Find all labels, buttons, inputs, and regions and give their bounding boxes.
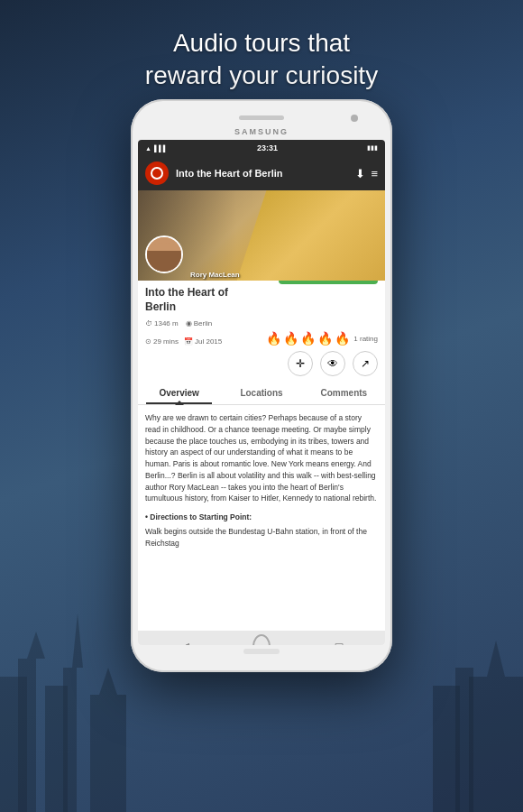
overview-body-text: Why are we drawn to certain cities? Perh… [145, 412, 378, 504]
star-5: 🔥 [335, 331, 350, 346]
share-button[interactable]: ↗ [353, 351, 378, 376]
tab-overview[interactable]: Overview [138, 382, 220, 404]
download-header-icon[interactable]: ⬇ [355, 167, 365, 180]
status-right-icons: ▮▮▮ [367, 144, 378, 152]
avatar-face [147, 237, 181, 272]
home-circle-icon: ○ [252, 634, 271, 645]
tab-comments[interactable]: Comments [303, 382, 385, 404]
tour-meta-row2: ⊙ 29 mins 📅 Jul 2015 🔥 🔥 🔥 🔥 [145, 331, 378, 351]
date-value: Jul 2015 [195, 337, 222, 346]
location-icon: ◉ [186, 319, 192, 328]
svg-rect-6 [90, 695, 126, 812]
rating-count: 1 rating [353, 335, 378, 343]
star-2: 🔥 [283, 331, 298, 346]
compass-button[interactable]: ✛ [288, 351, 313, 376]
meta-row2-items: ⊙ 29 mins 📅 Jul 2015 [145, 337, 222, 346]
svg-rect-1 [18, 659, 36, 812]
app-header: Into the Heart of Berlin ⬇ ≡ [138, 156, 385, 190]
app-header-title: Into the Heart of Berlin [176, 168, 348, 179]
action-buttons: ✛ 👁 ↗ [145, 351, 378, 376]
app-logo[interactable] [145, 161, 169, 185]
star-4: 🔥 [317, 331, 333, 346]
phone-navigation-bar: ◁ ○ □ [138, 631, 385, 645]
recent-nav-button[interactable]: □ [330, 638, 348, 645]
star-3: 🔥 [300, 331, 316, 346]
recent-nav-icon: □ [335, 640, 343, 645]
tab-comments-label: Comments [320, 388, 367, 398]
distance-value: 1346 m [154, 319, 179, 328]
tab-bar: Overview Locations Comments [138, 382, 385, 405]
rating-row: 🔥 🔥 🔥 🔥 🔥 1 rating [266, 331, 378, 346]
header-icons: ⬇ ≡ [355, 167, 378, 180]
svg-rect-4 [63, 668, 77, 812]
author-name: Rory MacLean [190, 271, 240, 279]
battery-icon: ▮▮▮ [367, 144, 378, 152]
home-nav-button[interactable]: ○ [252, 638, 271, 645]
tab-overview-label: Overview [159, 388, 198, 398]
status-left-icons: ▲ ▌▌▌ [145, 145, 168, 152]
home-nav-label: ○ [258, 640, 265, 645]
tab-locations-label: Locations [240, 388, 282, 398]
app-logo-inner [151, 167, 163, 180]
phone-frame: SAMSUNG ▲ ▌▌▌ 23:31 ▮▮▮ Into the Heart o… [131, 99, 392, 672]
tour-hero-image: Rory MacLean [138, 190, 385, 281]
back-nav-icon: ◁ [179, 640, 189, 645]
location-value: Berlin [194, 319, 212, 328]
directions-text: Walk begins outside the Bundestag U-Bahn… [145, 526, 378, 549]
content-area: Why are we drawn to certain cities? Perh… [138, 405, 385, 631]
tour-info-section: Into the Heart of Berlin Download (19 MB… [138, 281, 385, 376]
clock-icon: ⏱ [145, 319, 152, 328]
phone-device: SAMSUNG ▲ ▌▌▌ 23:31 ▮▮▮ Into the Heart o… [131, 99, 392, 672]
phone-brand: SAMSUNG [138, 127, 385, 136]
phone-screen: ▲ ▌▌▌ 23:31 ▮▮▮ Into the Heart of Berlin… [138, 140, 385, 645]
phone-top-bar [138, 115, 385, 120]
signal-icon: ▌▌▌ [154, 145, 168, 152]
phone-camera [351, 115, 358, 122]
phone-speaker [239, 115, 284, 120]
page-title: Audio tours that reward your curiosity [0, 27, 523, 93]
duration-meta: ⊙ 29 mins [145, 337, 179, 346]
distance-meta: ⏱ 1346 m [145, 319, 179, 328]
directions-heading: • Directions to Starting Point: [145, 512, 378, 523]
star-1: 🔥 [266, 331, 281, 346]
wifi-icon: ▲ [145, 145, 151, 152]
time-icon: ⊙ [145, 337, 151, 346]
eye-button[interactable]: 👁 [320, 351, 345, 376]
tab-locations[interactable]: Locations [220, 382, 302, 404]
duration-value: 29 mins [153, 337, 179, 346]
svg-marker-7 [99, 668, 117, 695]
phone-bottom-bar [243, 649, 280, 654]
svg-marker-11 [487, 641, 505, 677]
calendar-icon: 📅 [184, 337, 193, 346]
status-time: 23:31 [257, 143, 278, 152]
svg-marker-2 [27, 632, 45, 659]
svg-marker-5 [72, 614, 83, 668]
date-meta: 📅 Jul 2015 [184, 337, 222, 346]
location-meta: ◉ Berlin [186, 319, 212, 328]
status-bar: ▲ ▌▌▌ 23:31 ▮▮▮ [138, 140, 385, 156]
back-nav-button[interactable]: ◁ [175, 638, 193, 645]
menu-icon[interactable]: ≡ [371, 167, 378, 180]
tour-title: Into the Heart of Berlin [145, 286, 253, 314]
author-avatar [145, 235, 183, 273]
svg-rect-10 [469, 677, 523, 812]
tour-meta-row1: ⏱ 1346 m ◉ Berlin [145, 319, 378, 328]
